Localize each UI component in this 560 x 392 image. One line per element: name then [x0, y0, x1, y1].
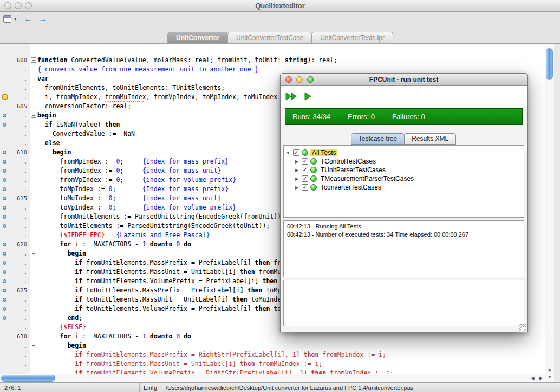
expand-triangle-icon[interactable]: ▶: [294, 185, 299, 190]
debug-line-dot-icon[interactable]: [0, 148, 11, 157]
line-number: .: [11, 157, 30, 166]
gutter-cell: [0, 332, 11, 341]
horizontal-scrollbar-thumb[interactable]: [1, 375, 55, 382]
tab-unitconverter[interactable]: UnitConverter: [167, 32, 228, 43]
fold-toggle-icon[interactable]: −: [30, 341, 37, 350]
debug-line-dot-icon[interactable]: [0, 258, 11, 267]
debug-line-dot-icon[interactable]: [0, 313, 11, 323]
line-number: .: [11, 258, 30, 267]
debug-line-dot-icon[interactable]: [0, 221, 11, 231]
gutter-cell: [0, 74, 11, 83]
code-line-.[interactable]: . if fromUnitElements.VolumePrefix = Rig…: [0, 369, 545, 374]
fpcunit-toolbar: [281, 86, 527, 107]
line-number: .: [11, 185, 30, 194]
test-status-icon: [302, 149, 308, 156]
fold-gutter: [30, 295, 37, 304]
test-checkbox[interactable]: ✓: [302, 167, 308, 173]
gutter-cell: [0, 323, 11, 332]
scroll-down-button[interactable]: ▼: [545, 374, 554, 381]
fpcunit-tab-bar: Testcase treeResults XML: [281, 133, 527, 145]
gutter-cell: [0, 341, 11, 350]
gutter-cell: [0, 56, 11, 65]
code-line-630[interactable]: 630 for i := MAXFACTORS - 1 downto 0 do: [0, 332, 545, 341]
expand-triangle-icon[interactable]: ▶: [294, 159, 299, 164]
debug-line-dot-icon[interactable]: [0, 286, 11, 295]
debug-line-dot-icon[interactable]: [0, 194, 11, 203]
debug-line-dot-icon[interactable]: [0, 267, 11, 277]
debug-line-dot-icon[interactable]: [0, 111, 11, 120]
debug-line-dot-icon[interactable]: [0, 304, 11, 313]
line-number: .: [11, 93, 30, 102]
debug-line-dot-icon[interactable]: [0, 240, 11, 249]
debug-line-dot-icon[interactable]: [0, 212, 11, 221]
resize-grip[interactable]: [519, 324, 526, 331]
test-checkbox[interactable]: ✓: [302, 175, 308, 182]
fold-gutter: [30, 139, 37, 148]
main-window: Quelltexteditor ▾ ← → UnitConverterUnitC…: [0, 0, 560, 392]
line-number: 600: [11, 56, 30, 65]
dropdown-caret-icon[interactable]: ▾: [14, 16, 19, 22]
vertical-scrollbar-thumb[interactable]: [546, 48, 553, 80]
fold-gutter: [30, 240, 37, 249]
debug-line-dot-icon[interactable]: [0, 295, 11, 304]
test-checkbox[interactable]: ✓: [302, 158, 308, 165]
source-window-icon[interactable]: [3, 15, 11, 23]
tree-item-tunitparsertestcases[interactable]: ▶✓TUnitParserTestCases: [284, 166, 524, 174]
fold-gutter: [30, 286, 37, 295]
scroll-up-button[interactable]: ▲: [545, 366, 554, 374]
scroll-left-button[interactable]: ◀: [529, 374, 537, 382]
debug-line-dot-icon[interactable]: [0, 185, 11, 194]
line-number: .: [11, 111, 30, 120]
debug-line-dot-icon[interactable]: [0, 175, 11, 185]
code-line-600[interactable]: 600−function ConvertedValue(value, molar…: [0, 56, 545, 65]
tree-item-tconvertertestcases[interactable]: ▶✓TconverterTestCases: [284, 183, 524, 192]
run-all-icon: [285, 92, 298, 101]
fpcunit-title-bar[interactable]: FPCUnit - run unit test: [281, 74, 527, 86]
line-number: .: [11, 323, 30, 332]
horizontal-scrollbar[interactable]: ◀ ▶: [0, 374, 545, 382]
code-line-.[interactable]: . if fromUnitElements.MassUnit = UnitLab…: [0, 360, 545, 369]
fold-gutter: [30, 212, 37, 221]
run-all-tests-button[interactable]: [285, 92, 298, 101]
debug-line-dot-icon[interactable]: [0, 157, 11, 166]
debug-line-dot-icon[interactable]: [0, 166, 11, 175]
minimize-button[interactable]: [296, 76, 303, 83]
testcase-tree[interactable]: ▼✓All Tests▶✓TControlTestCases▶✓TUnitPar…: [283, 145, 524, 218]
code-line-.[interactable]: .− begin: [0, 341, 545, 350]
fold-toggle-icon[interactable]: −: [30, 111, 37, 120]
test-checkbox[interactable]: ✓: [302, 184, 308, 191]
zoom-button[interactable]: [307, 76, 314, 83]
zoom-button[interactable]: [25, 2, 32, 9]
tree-item-tmeasurementparsertestcases[interactable]: ▶✓TMeasurementParserTestCases: [284, 174, 524, 183]
jump-back-icon[interactable]: ←: [22, 14, 34, 24]
close-button[interactable]: [285, 76, 292, 83]
close-button[interactable]: [4, 2, 11, 9]
debug-line-dot-icon[interactable]: [0, 203, 11, 212]
fold-gutter: [30, 74, 37, 83]
minimize-button[interactable]: [15, 2, 22, 9]
tree-item-tcontroltestcases[interactable]: ▶✓TControlTestCases: [284, 157, 524, 166]
vertical-scrollbar[interactable]: ▲ ▼: [545, 43, 554, 382]
tab-unitconvertertestcase[interactable]: UnitConverterTestCase: [227, 32, 312, 43]
expand-triangle-icon[interactable]: ▶: [294, 177, 299, 181]
tree-item-all-tests[interactable]: ▼✓All Tests: [284, 148, 524, 157]
code-line-.[interactable]: . if fromUnitElements.MassPrefix = Right…: [0, 350, 545, 360]
fold-toggle-icon[interactable]: −: [30, 249, 37, 258]
debug-line-dot-icon[interactable]: [0, 277, 11, 286]
test-checkbox[interactable]: ✓: [293, 149, 299, 156]
code-text: if fromUnitElements.MassUnit = UnitLabel…: [37, 360, 545, 369]
expand-triangle-icon[interactable]: ▶: [294, 168, 299, 173]
scroll-right-button[interactable]: ▶: [537, 374, 545, 382]
vertical-scroll-arrows: ▲ ▼: [545, 366, 554, 381]
tab-testcase-tree[interactable]: Testcase tree: [351, 133, 405, 145]
fold-toggle-icon[interactable]: −: [30, 56, 37, 65]
run-selected-test-button[interactable]: [303, 92, 312, 101]
jump-forward-icon[interactable]: →: [37, 14, 49, 24]
debug-line-dot-icon[interactable]: [0, 120, 11, 129]
bookmark-icon[interactable]: [0, 93, 11, 102]
line-number: .: [11, 231, 30, 240]
debug-line-dot-icon[interactable]: [0, 249, 11, 258]
collapse-triangle-icon[interactable]: ▼: [285, 151, 291, 155]
tab-unitconvertertests-lpr[interactable]: UnitConverterTests.lpr: [311, 32, 393, 43]
tab-results-xml[interactable]: Results XML: [404, 133, 456, 145]
